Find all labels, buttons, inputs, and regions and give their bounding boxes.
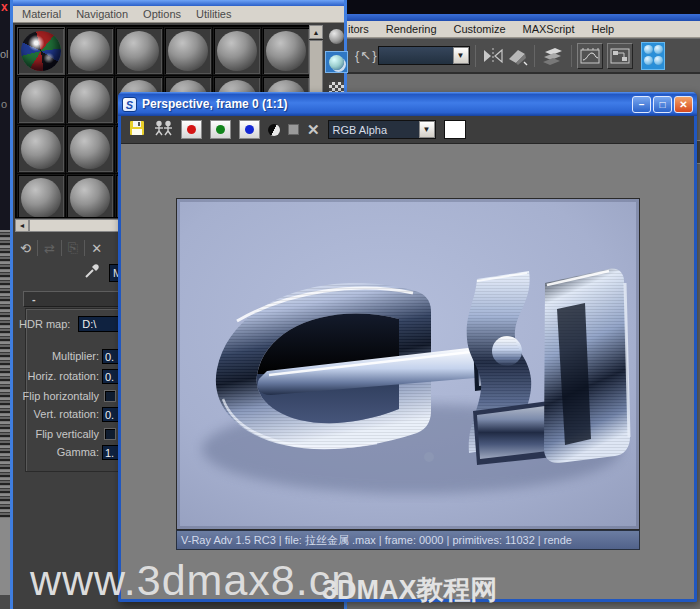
close-button[interactable]: ✕ bbox=[674, 96, 693, 113]
rendered-image bbox=[176, 198, 640, 530]
menu-item-maxscript[interactable]: MAXScript bbox=[523, 23, 575, 35]
assign-material-icon: ⎘ bbox=[68, 240, 78, 256]
render-window-title: Perspective, frame 0 (1:1) bbox=[142, 97, 287, 111]
menu-item-editors-partial[interactable]: itors bbox=[348, 23, 369, 35]
scrollbar-thumb[interactable] bbox=[309, 40, 323, 100]
3dsmax-window-icon: S bbox=[122, 97, 137, 112]
sample-type-icon[interactable] bbox=[325, 25, 348, 47]
scroll-up-icon[interactable]: ▲ bbox=[309, 25, 323, 39]
material-sample-slot[interactable] bbox=[262, 27, 310, 75]
curve-editor-button[interactable] bbox=[577, 43, 603, 69]
horiz-rotation-label: Horiz. rotation: bbox=[13, 370, 99, 382]
render-window-titlebar[interactable]: S Perspective, frame 0 (1:1) – □ ✕ bbox=[118, 92, 697, 116]
sphere-icon bbox=[644, 56, 653, 65]
fragment-text: o bbox=[1, 98, 7, 110]
gray-material-sphere bbox=[21, 178, 61, 218]
material-sample-slot[interactable] bbox=[17, 174, 65, 218]
background-toggle-icon[interactable] bbox=[325, 51, 348, 73]
material-sample-slot[interactable] bbox=[17, 76, 65, 124]
flip-vertically-label: Flip vertically bbox=[13, 428, 99, 440]
clear-rendered-frame-icon[interactable]: ✕ bbox=[307, 121, 320, 139]
material-sample-slot[interactable] bbox=[213, 27, 261, 75]
sphere-icon bbox=[644, 45, 653, 54]
flip-horizontally-label: Flip horizontally bbox=[13, 390, 99, 402]
gray-material-sphere bbox=[217, 31, 257, 71]
render-window-toolbar: ✕ RGB Alpha ▼ bbox=[121, 116, 694, 144]
background-sphere-glyph bbox=[329, 55, 344, 70]
material-sample-slot[interactable] bbox=[66, 125, 114, 173]
material-sample-slot[interactable] bbox=[66, 76, 114, 124]
toolbar-separator bbox=[61, 240, 62, 256]
layer-manager-icon[interactable] bbox=[540, 45, 566, 67]
vert-rotation-label: Vert. rotation: bbox=[13, 408, 99, 420]
material-sample-slot[interactable] bbox=[66, 27, 114, 75]
align-icon[interactable] bbox=[505, 46, 529, 66]
chevron-down-icon[interactable]: ▼ bbox=[453, 47, 469, 64]
fragment-close-x: x bbox=[1, 0, 8, 14]
hdr-map-label: HDR map: bbox=[19, 318, 70, 330]
main-titlebar-edge bbox=[340, 14, 700, 21]
get-material-icon[interactable]: ⟲ bbox=[20, 241, 31, 256]
toolbar-separator bbox=[571, 45, 572, 67]
named-selection-dropdown[interactable]: ▼ bbox=[378, 46, 470, 65]
channel-display-dropdown[interactable]: RGB Alpha ▼ bbox=[328, 120, 436, 139]
named-selection-sets-icon[interactable]: {↖} bbox=[355, 48, 378, 63]
red-dot-icon bbox=[187, 125, 196, 134]
material-sample-slot[interactable] bbox=[66, 174, 114, 218]
blue-channel-button[interactable] bbox=[239, 120, 260, 139]
gray-material-sphere bbox=[21, 80, 61, 120]
material-sample-slot[interactable] bbox=[17, 27, 65, 75]
display-alpha-channel-icon[interactable] bbox=[268, 124, 280, 136]
monochrome-icon[interactable] bbox=[288, 124, 299, 135]
gray-material-sphere bbox=[21, 129, 61, 169]
material-sample-slot[interactable] bbox=[115, 27, 163, 75]
mirror-icon[interactable] bbox=[481, 46, 505, 66]
background-color-swatch[interactable] bbox=[444, 120, 466, 139]
hdr-material-sphere bbox=[21, 31, 61, 71]
toolbar-separator bbox=[475, 45, 476, 67]
toolbar-separator bbox=[534, 45, 535, 67]
main-menubar: itors Rendering Customize MAXScript Help bbox=[340, 21, 700, 38]
save-bitmap-icon[interactable] bbox=[129, 120, 145, 140]
green-channel-button[interactable] bbox=[210, 120, 231, 139]
menu-item-material[interactable]: Material bbox=[22, 8, 61, 20]
menu-item-customize[interactable]: Customize bbox=[454, 23, 506, 35]
red-channel-button[interactable] bbox=[181, 120, 202, 139]
reset-map-icon[interactable]: ✕ bbox=[91, 241, 102, 256]
window-controls: – □ ✕ bbox=[632, 96, 693, 113]
material-editor-button[interactable] bbox=[641, 42, 665, 70]
material-sample-slot[interactable] bbox=[17, 125, 65, 173]
sphere-icon bbox=[654, 45, 663, 54]
sample-slot-tools bbox=[325, 25, 349, 99]
gray-material-sphere bbox=[70, 129, 110, 169]
channel-dropdown-value: RGB Alpha bbox=[333, 124, 387, 136]
menu-item-help[interactable]: Help bbox=[591, 23, 614, 35]
main-titlebar bbox=[340, 0, 700, 14]
maximize-button[interactable]: □ bbox=[653, 96, 672, 113]
multiplier-label: Multiplier: bbox=[13, 350, 99, 362]
gamma-label: Gamma: bbox=[13, 446, 99, 458]
menu-item-options[interactable]: Options bbox=[143, 8, 181, 20]
flip-horizontally-checkbox[interactable] bbox=[104, 390, 116, 402]
material-editor-menubar: Material Navigation Options Utilities bbox=[13, 6, 344, 23]
gray-material-sphere bbox=[119, 31, 159, 71]
put-material-icon: ⇄ bbox=[44, 241, 55, 256]
menu-item-utilities[interactable]: Utilities bbox=[196, 8, 231, 20]
toolbar-separator bbox=[37, 240, 38, 256]
flip-vertically-checkbox[interactable] bbox=[104, 428, 116, 440]
material-sample-slot[interactable] bbox=[164, 27, 212, 75]
chevron-down-icon[interactable]: ▼ bbox=[419, 121, 435, 138]
scroll-left-icon[interactable]: ◄ bbox=[15, 219, 29, 232]
render-status-bar: V-Ray Adv 1.5 RC3 | file: 拉丝金属 .max | fr… bbox=[176, 530, 640, 550]
pick-material-eyedropper-icon[interactable] bbox=[83, 262, 101, 284]
screen: x ol o itors Rendering Customize MAXScri… bbox=[0, 0, 700, 609]
menu-item-navigation[interactable]: Navigation bbox=[76, 8, 128, 20]
gray-material-sphere bbox=[168, 31, 208, 71]
gray-material-sphere bbox=[70, 80, 110, 120]
clone-rendered-frame-icon[interactable] bbox=[153, 120, 173, 140]
gray-material-sphere bbox=[70, 31, 110, 71]
minimize-button[interactable]: – bbox=[632, 96, 651, 113]
sphere-glyph bbox=[329, 29, 344, 44]
menu-item-rendering[interactable]: Rendering bbox=[386, 23, 437, 35]
schematic-view-button[interactable] bbox=[607, 43, 633, 69]
